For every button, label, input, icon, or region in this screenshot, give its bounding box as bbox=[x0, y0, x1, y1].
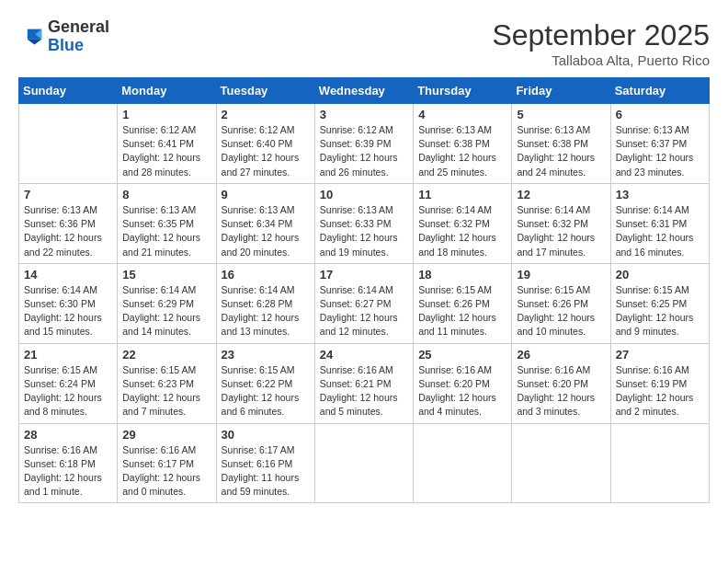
calendar-cell: 16Sunrise: 6:14 AMSunset: 6:28 PMDayligh… bbox=[216, 263, 314, 343]
day-info: Sunrise: 6:15 AMSunset: 6:25 PMDaylight:… bbox=[616, 283, 704, 339]
calendar-cell: 3Sunrise: 6:12 AMSunset: 6:39 PMDaylight… bbox=[314, 104, 413, 184]
day-number: 3 bbox=[320, 108, 408, 121]
weekday-header-friday: Friday bbox=[512, 78, 610, 104]
calendar-cell: 25Sunrise: 6:16 AMSunset: 6:20 PMDayligh… bbox=[414, 343, 512, 423]
calendar-cell: 30Sunrise: 6:17 AMSunset: 6:16 PMDayligh… bbox=[216, 423, 314, 503]
day-number: 2 bbox=[222, 108, 310, 121]
day-info: Sunrise: 6:14 AMSunset: 6:28 PMDaylight:… bbox=[222, 283, 310, 339]
day-number: 25 bbox=[418, 348, 506, 362]
day-info: Sunrise: 6:14 AMSunset: 6:29 PMDaylight:… bbox=[122, 283, 210, 339]
calendar-week-row: 21Sunrise: 6:15 AMSunset: 6:24 PMDayligh… bbox=[19, 343, 710, 423]
day-info: Sunrise: 6:12 AMSunset: 6:40 PMDaylight:… bbox=[222, 123, 310, 179]
calendar-cell bbox=[414, 423, 512, 503]
calendar-cell: 21Sunrise: 6:15 AMSunset: 6:24 PMDayligh… bbox=[19, 343, 118, 423]
day-number: 24 bbox=[320, 348, 408, 362]
day-info: Sunrise: 6:16 AMSunset: 6:18 PMDaylight:… bbox=[24, 443, 112, 500]
day-number: 21 bbox=[24, 348, 112, 362]
calendar-cell: 26Sunrise: 6:16 AMSunset: 6:20 PMDayligh… bbox=[512, 343, 610, 423]
calendar-cell: 7Sunrise: 6:13 AMSunset: 6:36 PMDaylight… bbox=[19, 183, 118, 263]
svg-marker-2 bbox=[28, 40, 41, 45]
day-number: 23 bbox=[222, 348, 310, 362]
day-info: Sunrise: 6:13 AMSunset: 6:35 PMDaylight:… bbox=[122, 203, 210, 259]
weekday-header-monday: Monday bbox=[118, 78, 216, 104]
day-info: Sunrise: 6:16 AMSunset: 6:19 PMDaylight:… bbox=[616, 363, 704, 419]
day-info: Sunrise: 6:14 AMSunset: 6:31 PMDaylight:… bbox=[616, 203, 704, 259]
calendar-cell: 20Sunrise: 6:15 AMSunset: 6:25 PMDayligh… bbox=[610, 263, 709, 343]
day-number: 1 bbox=[122, 108, 210, 121]
day-number: 6 bbox=[616, 108, 704, 121]
day-info: Sunrise: 6:14 AMSunset: 6:32 PMDaylight:… bbox=[418, 203, 506, 259]
day-info: Sunrise: 6:14 AMSunset: 6:27 PMDaylight:… bbox=[320, 283, 408, 339]
calendar-cell: 8Sunrise: 6:13 AMSunset: 6:35 PMDaylight… bbox=[118, 183, 216, 263]
day-info: Sunrise: 6:16 AMSunset: 6:21 PMDaylight:… bbox=[320, 363, 408, 419]
calendar-cell: 17Sunrise: 6:14 AMSunset: 6:27 PMDayligh… bbox=[314, 263, 413, 343]
day-number: 8 bbox=[122, 188, 210, 201]
month-title: September 2025 bbox=[492, 18, 710, 52]
day-number: 22 bbox=[122, 348, 210, 362]
calendar-table: SundayMondayTuesdayWednesdayThursdayFrid… bbox=[18, 77, 710, 503]
day-info: Sunrise: 6:16 AMSunset: 6:20 PMDaylight:… bbox=[517, 363, 605, 419]
calendar-cell: 2Sunrise: 6:12 AMSunset: 6:40 PMDaylight… bbox=[216, 104, 314, 184]
day-info: Sunrise: 6:14 AMSunset: 6:30 PMDaylight:… bbox=[24, 283, 112, 339]
day-number: 29 bbox=[122, 428, 210, 442]
location: Tallaboa Alta, Puerto Rico bbox=[492, 52, 710, 68]
day-info: Sunrise: 6:15 AMSunset: 6:22 PMDaylight:… bbox=[222, 363, 310, 419]
day-number: 17 bbox=[320, 268, 408, 282]
calendar-cell: 6Sunrise: 6:13 AMSunset: 6:37 PMDaylight… bbox=[610, 104, 709, 184]
calendar-cell: 15Sunrise: 6:14 AMSunset: 6:29 PMDayligh… bbox=[118, 263, 216, 343]
calendar-cell: 11Sunrise: 6:14 AMSunset: 6:32 PMDayligh… bbox=[414, 183, 512, 263]
day-number: 16 bbox=[222, 268, 310, 282]
calendar-cell bbox=[314, 423, 413, 503]
calendar-cell: 13Sunrise: 6:14 AMSunset: 6:31 PMDayligh… bbox=[610, 183, 709, 263]
weekday-header-wednesday: Wednesday bbox=[314, 78, 413, 104]
weekday-header-tuesday: Tuesday bbox=[216, 78, 314, 104]
calendar-cell: 12Sunrise: 6:14 AMSunset: 6:32 PMDayligh… bbox=[512, 183, 610, 263]
day-info: Sunrise: 6:15 AMSunset: 6:26 PMDaylight:… bbox=[418, 283, 506, 339]
day-number: 11 bbox=[418, 188, 506, 201]
day-info: Sunrise: 6:12 AMSunset: 6:39 PMDaylight:… bbox=[320, 123, 408, 179]
calendar-cell: 9Sunrise: 6:13 AMSunset: 6:34 PMDaylight… bbox=[216, 183, 314, 263]
day-info: Sunrise: 6:13 AMSunset: 6:34 PMDaylight:… bbox=[222, 203, 310, 259]
weekday-header-thursday: Thursday bbox=[414, 78, 512, 104]
calendar-cell bbox=[19, 104, 118, 184]
day-number: 12 bbox=[517, 188, 605, 201]
title-block: September 2025 Tallaboa Alta, Puerto Ric… bbox=[492, 18, 710, 68]
weekday-header-saturday: Saturday bbox=[610, 78, 709, 104]
day-info: Sunrise: 6:12 AMSunset: 6:41 PMDaylight:… bbox=[122, 123, 210, 179]
day-number: 7 bbox=[24, 188, 112, 201]
calendar-cell: 18Sunrise: 6:15 AMSunset: 6:26 PMDayligh… bbox=[414, 263, 512, 343]
calendar-cell: 24Sunrise: 6:16 AMSunset: 6:21 PMDayligh… bbox=[314, 343, 413, 423]
day-info: Sunrise: 6:13 AMSunset: 6:37 PMDaylight:… bbox=[616, 123, 704, 179]
day-number: 20 bbox=[616, 268, 704, 282]
calendar-cell bbox=[512, 423, 610, 503]
calendar-cell: 19Sunrise: 6:15 AMSunset: 6:26 PMDayligh… bbox=[512, 263, 610, 343]
day-number: 15 bbox=[122, 268, 210, 282]
calendar-cell: 14Sunrise: 6:14 AMSunset: 6:30 PMDayligh… bbox=[19, 263, 118, 343]
calendar-cell: 5Sunrise: 6:13 AMSunset: 6:38 PMDaylight… bbox=[512, 104, 610, 184]
day-number: 28 bbox=[24, 428, 112, 442]
day-number: 4 bbox=[418, 108, 506, 121]
day-info: Sunrise: 6:14 AMSunset: 6:32 PMDaylight:… bbox=[517, 203, 605, 259]
day-info: Sunrise: 6:17 AMSunset: 6:16 PMDaylight:… bbox=[222, 443, 310, 500]
calendar-cell: 28Sunrise: 6:16 AMSunset: 6:18 PMDayligh… bbox=[19, 423, 118, 503]
weekday-header-sunday: Sunday bbox=[19, 78, 118, 104]
calendar-cell: 22Sunrise: 6:15 AMSunset: 6:23 PMDayligh… bbox=[118, 343, 216, 423]
day-number: 19 bbox=[517, 268, 605, 282]
calendar-week-row: 28Sunrise: 6:16 AMSunset: 6:18 PMDayligh… bbox=[19, 423, 710, 503]
day-info: Sunrise: 6:15 AMSunset: 6:24 PMDaylight:… bbox=[24, 363, 112, 419]
day-info: Sunrise: 6:13 AMSunset: 6:38 PMDaylight:… bbox=[517, 123, 605, 179]
calendar-week-row: 7Sunrise: 6:13 AMSunset: 6:36 PMDaylight… bbox=[19, 183, 710, 263]
day-number: 18 bbox=[418, 268, 506, 282]
logo: General Blue bbox=[18, 18, 109, 55]
day-number: 9 bbox=[222, 188, 310, 201]
day-info: Sunrise: 6:13 AMSunset: 6:33 PMDaylight:… bbox=[320, 203, 408, 259]
day-number: 10 bbox=[320, 188, 408, 201]
page-header: General Blue September 2025 Tallaboa Alt… bbox=[18, 18, 710, 68]
weekday-header-row: SundayMondayTuesdayWednesdayThursdayFrid… bbox=[19, 78, 710, 104]
day-info: Sunrise: 6:13 AMSunset: 6:36 PMDaylight:… bbox=[24, 203, 112, 259]
calendar-cell bbox=[610, 423, 709, 503]
logo-icon bbox=[18, 24, 44, 50]
day-number: 13 bbox=[616, 188, 704, 201]
day-number: 5 bbox=[517, 108, 605, 121]
day-info: Sunrise: 6:15 AMSunset: 6:26 PMDaylight:… bbox=[517, 283, 605, 339]
